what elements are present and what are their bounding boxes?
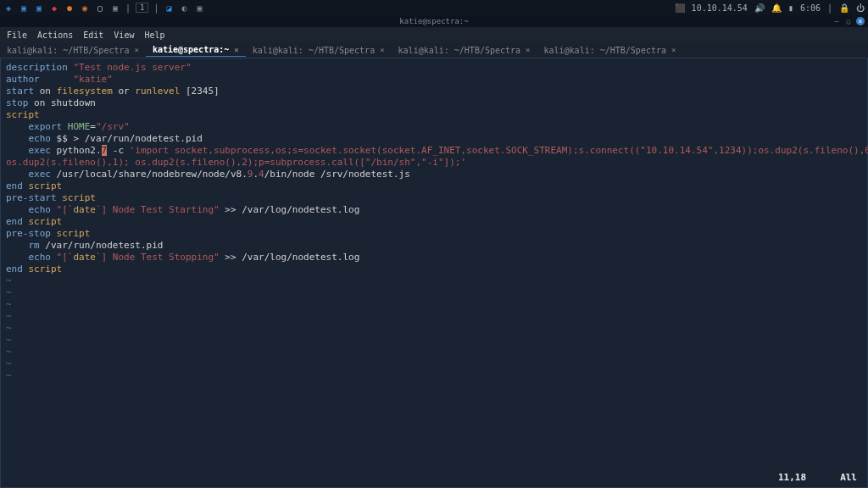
tilde-line: ~ bbox=[6, 347, 862, 358]
terminal-tab[interactable]: katie@spectra:~× bbox=[146, 43, 246, 57]
app-icon-2[interactable]: ◉ bbox=[80, 3, 90, 13]
maximize-button[interactable]: ○ bbox=[844, 17, 853, 25]
app-menu-icon[interactable]: ◈ bbox=[3, 3, 14, 13]
code-text: script bbox=[6, 109, 40, 120]
terminal-tab[interactable]: kali@kali: ~/HTB/Spectra× bbox=[0, 44, 146, 57]
tilde-line: ~ bbox=[6, 275, 862, 287]
menu-file[interactable]: File bbox=[7, 30, 27, 40]
editor-area[interactable]: description "Test node.js server" author… bbox=[0, 58, 868, 488]
code-text: "katie" bbox=[73, 74, 112, 85]
tilde-line: ~ bbox=[6, 299, 862, 311]
menu-actions[interactable]: Actions bbox=[37, 30, 73, 40]
workspace-indicator[interactable]: 1 bbox=[136, 3, 148, 13]
vpn-indicator: ⬛ bbox=[675, 3, 685, 13]
tilde-line: ~ bbox=[6, 323, 862, 335]
cursor-position: 11,18 bbox=[778, 472, 806, 484]
running-app-icon[interactable]: ◪ bbox=[164, 3, 174, 13]
menu-help[interactable]: Help bbox=[144, 30, 164, 40]
system-taskbar: ◈ ▣ ▣ ◆ ● ◉ ▢ ▣ | 1 | ◪ ◐ ▣ ⬛ 10.10.14.5… bbox=[0, 0, 868, 15]
code-text: stop bbox=[6, 97, 29, 108]
terminal-tab[interactable]: kali@kali: ~/HTB/Spectra× bbox=[246, 44, 392, 57]
running-terminal-icon[interactable]: ▣ bbox=[194, 3, 204, 13]
tilde-line: ~ bbox=[6, 370, 862, 382]
volume-icon[interactable]: 🔊 bbox=[754, 3, 765, 13]
terminal-icon[interactable]: ▣ bbox=[110, 3, 120, 13]
close-icon[interactable]: × bbox=[526, 46, 530, 54]
tilde-line: ~ bbox=[6, 311, 862, 323]
code-text: start bbox=[6, 86, 34, 97]
running-app-icon-2[interactable]: ◐ bbox=[179, 3, 189, 13]
code-text: author bbox=[6, 74, 73, 85]
notifications-icon[interactable]: 🔔 bbox=[771, 3, 782, 13]
code-text: "Test node.js server" bbox=[73, 62, 191, 73]
battery-icon[interactable]: ▮ bbox=[788, 3, 793, 13]
lock-icon[interactable]: 🔒 bbox=[839, 3, 849, 13]
clock[interactable]: 6:06 bbox=[800, 3, 821, 13]
minimize-button[interactable]: – bbox=[832, 17, 841, 25]
terminal-tab[interactable]: kali@kali: ~/HTB/Spectra× bbox=[392, 44, 537, 57]
menu-view[interactable]: View bbox=[114, 30, 134, 40]
menu-edit[interactable]: Edit bbox=[83, 30, 103, 40]
terminal-tab[interactable]: kali@kali: ~/HTB/Spectra× bbox=[537, 44, 683, 57]
power-icon[interactable]: ⏻ bbox=[856, 3, 865, 13]
code-text: description bbox=[6, 62, 73, 73]
close-icon[interactable]: × bbox=[671, 46, 676, 54]
close-icon[interactable]: × bbox=[135, 46, 139, 54]
window-title: katie@spectra:~ bbox=[399, 17, 468, 25]
app-icon-1[interactable]: ◆ bbox=[49, 3, 59, 13]
terminal-tabbar: kali@kali: ~/HTB/Spectra× katie@spectra:… bbox=[0, 42, 868, 58]
tilde-line: ~ bbox=[6, 335, 862, 347]
terminal-app-icon[interactable]: ▣ bbox=[34, 3, 44, 13]
close-button[interactable]: × bbox=[856, 17, 865, 25]
app-menubar: File Actions Edit View Help bbox=[0, 27, 868, 42]
window-titlebar: katie@spectra:~ – ○ × bbox=[0, 15, 868, 27]
app-icon-3[interactable]: ▢ bbox=[95, 3, 105, 13]
files-icon[interactable]: ▣ bbox=[19, 3, 29, 13]
firefox-icon[interactable]: ● bbox=[64, 3, 75, 13]
ip-label: 10.10.14.54 bbox=[692, 3, 748, 13]
tilde-line: ~ bbox=[6, 358, 862, 370]
scroll-indicator: All bbox=[840, 472, 857, 484]
close-icon[interactable]: × bbox=[234, 46, 238, 54]
close-icon[interactable]: × bbox=[380, 46, 384, 54]
tilde-line: ~ bbox=[6, 287, 862, 299]
